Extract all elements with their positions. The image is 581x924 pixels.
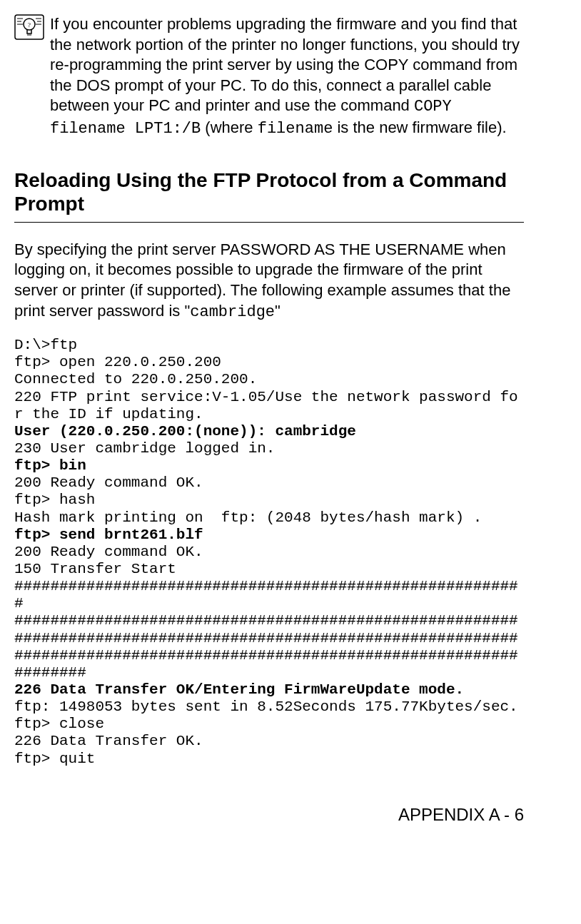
term-line: ########################################… [14,612,518,680]
intro-post: " [275,302,281,320]
term-line: 226 Data Transfer OK. [14,733,203,749]
heading-rule [14,222,524,223]
term-line: ########################################… [14,578,518,611]
svg-text:?: ? [28,21,31,29]
term-line: D:\>ftp [14,337,77,353]
term-line: Connected to 220.0.250.200. [14,371,257,387]
intro-code: cambridge [190,303,275,321]
term-line: ftp> close [14,716,104,732]
page-footer: APPENDIX A - 6 [14,803,524,826]
term-line: 200 Ready command OK. [14,544,203,560]
section-heading: Reloading Using the FTP Protocol from a … [14,168,524,216]
term-line: 150 Transfer Start [14,561,176,577]
tip-text: If you encounter problems upgrading the … [50,14,524,140]
tip-code-2: filename [258,120,333,138]
tip-block: ? If you encounter problems upgrading th… [14,14,524,140]
term-line: 200 Ready command OK. [14,474,203,491]
tip-text-mid: (where [201,118,257,136]
term-line: ftp> hash [14,492,95,508]
terminal-output: D:\>ftp ftp> open 220.0.250.200 Connecte… [14,337,524,768]
term-line-bold: 226 Data Transfer OK/Entering FirmWareUp… [14,681,464,698]
term-line: 220 FTP print service:V-1.05/Use the net… [14,389,518,422]
term-line: Hash mark printing on ftp: (2048 bytes/h… [14,509,482,526]
term-line-bold: ftp> send brnt261.blf [14,527,203,543]
term-line: ftp> quit [14,751,95,767]
term-line: ftp> open 220.0.250.200 [14,354,221,370]
term-line-bold: User (220.0.250.200:(none)): cambridge [14,423,356,440]
tip-text-post: is the new firmware file). [333,118,506,136]
intro-paragraph: By specifying the print server PASSWORD … [14,240,524,323]
term-line: 230 User cambridge logged in. [14,440,275,457]
term-line: ftp: 1498053 bytes sent in 8.52Seconds 1… [14,699,518,715]
term-line-bold: ftp> bin [14,457,86,474]
lightbulb-icon: ? [14,14,44,40]
